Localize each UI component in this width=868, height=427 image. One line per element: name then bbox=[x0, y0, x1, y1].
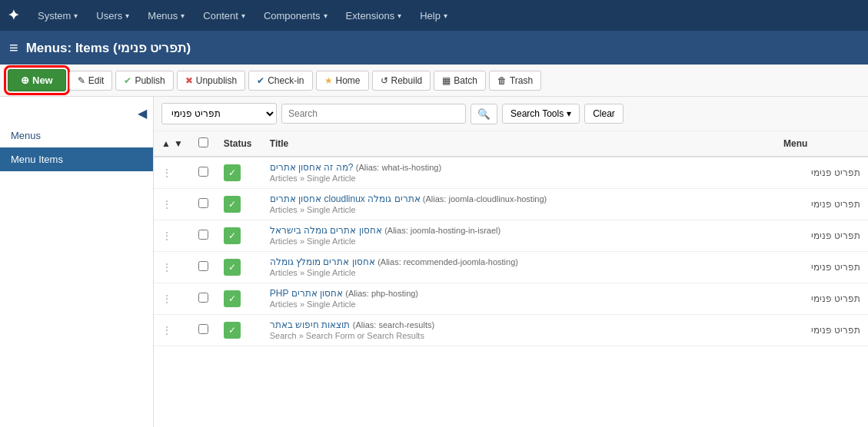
item-sub: Articles » Single Article bbox=[270, 268, 356, 277]
title-cell: PHP אחסון אתרים (Alias: php-hosting) Art… bbox=[262, 283, 776, 315]
drag-handle[interactable]: ⋮ bbox=[161, 293, 172, 305]
menu-name: תפריט פנימי bbox=[811, 262, 860, 273]
row-checkbox-cell bbox=[191, 315, 216, 346]
rebuild-button[interactable]: ↺ Rebuild bbox=[372, 71, 431, 91]
drag-handle-cell: ⋮ bbox=[154, 220, 191, 252]
star-icon: ★ bbox=[324, 75, 333, 86]
nav-components[interactable]: Components ▾ bbox=[256, 0, 335, 31]
item-alias: (Alias: what-is-hosting) bbox=[356, 163, 441, 172]
status-cell: ✓ bbox=[216, 252, 262, 283]
menu-cell: תפריט פנימי bbox=[776, 220, 868, 252]
nav-extensions[interactable]: Extensions ▾ bbox=[338, 0, 410, 31]
nav-help[interactable]: Help ▾ bbox=[412, 0, 455, 31]
item-title-link[interactable]: אחסון אתרים מומלץ גומלה bbox=[270, 257, 375, 267]
search-tools-button[interactable]: Search Tools ▾ bbox=[502, 104, 580, 124]
sort-up-icon[interactable]: ▲ bbox=[161, 138, 171, 149]
menu-name: תפריט פנימי bbox=[811, 230, 860, 241]
status-cell: ✓ bbox=[216, 220, 262, 252]
row-checkbox-cell bbox=[191, 220, 216, 252]
th-sort-arrows: ▲ ▼ bbox=[154, 131, 191, 157]
item-title-link[interactable]: PHP אחסון אתרים bbox=[270, 288, 343, 299]
drag-handle-cell: ⋮ bbox=[154, 283, 191, 315]
row-checkbox-cell bbox=[191, 252, 216, 283]
item-sub: Articles » Single Article bbox=[270, 205, 356, 214]
top-navigation: ✦ System ▾ Users ▾ Menus ▾ Content ▾ Com… bbox=[0, 0, 868, 31]
menu-cell: תפריט פנימי bbox=[776, 283, 868, 315]
row-checkbox[interactable] bbox=[198, 293, 208, 303]
row-checkbox[interactable] bbox=[198, 324, 208, 334]
checkin-button[interactable]: ✔ Check-in bbox=[248, 71, 312, 91]
sidebar-collapse-button[interactable]: ◀ bbox=[138, 106, 147, 121]
title-cell: תוצאות חיפוש באתר (Alias: search-results… bbox=[262, 315, 776, 346]
batch-button[interactable]: ▦ Batch bbox=[434, 71, 486, 91]
status-badge[interactable]: ✓ bbox=[224, 322, 241, 339]
search-button[interactable]: 🔍 bbox=[471, 104, 497, 124]
chevron-down-icon: ▾ bbox=[241, 12, 245, 20]
item-title-link[interactable]: מה זה אחסון אתרים? bbox=[270, 162, 354, 173]
item-alias: (Alias: recommended-joomla-hosting) bbox=[377, 257, 518, 266]
chevron-down-icon: ▾ bbox=[125, 12, 129, 20]
filter-bar: תפריט פנימי 🔍 Search Tools ▾ Clear bbox=[154, 97, 868, 131]
page-header: ≡ Menus: Items (תפריט פנימי) bbox=[0, 31, 868, 65]
th-title[interactable]: Title bbox=[262, 131, 776, 157]
drag-handle[interactable]: ⋮ bbox=[161, 261, 172, 273]
menu-cell: תפריט פנימי bbox=[776, 315, 868, 346]
menu-cell: תפריט פנימי bbox=[776, 189, 868, 220]
new-button[interactable]: ⊕ New bbox=[8, 69, 66, 91]
drag-handle[interactable]: ⋮ bbox=[161, 324, 172, 336]
trash-button[interactable]: 🗑 Trash bbox=[489, 71, 541, 91]
search-input[interactable] bbox=[281, 104, 466, 124]
content-area: תפריט פנימי 🔍 Search Tools ▾ Clear ▲ bbox=[154, 97, 868, 427]
item-title-link[interactable]: אחסון אתרים גומלה בישראל bbox=[270, 225, 382, 236]
chevron-down-icon: ▾ bbox=[444, 12, 447, 20]
plus-icon: ⊕ bbox=[21, 74, 29, 86]
th-menu[interactable]: Menu bbox=[776, 131, 868, 157]
sidebar-item-menus[interactable]: Menus bbox=[0, 124, 153, 147]
home-button[interactable]: ★ Home bbox=[316, 71, 369, 91]
edit-button[interactable]: ✎ Edit bbox=[69, 71, 113, 91]
chevron-down-icon: ▾ bbox=[567, 108, 571, 119]
drag-handle-cell: ⋮ bbox=[154, 189, 191, 220]
item-alias: (Alias: joomla-hosting-in-israel) bbox=[384, 226, 501, 235]
table-row: ⋮ ✓ אחסון אתרים מומלץ גומלה (Alias: reco… bbox=[154, 252, 868, 283]
status-badge[interactable]: ✓ bbox=[224, 259, 241, 276]
drag-handle[interactable]: ⋮ bbox=[161, 198, 172, 210]
status-badge[interactable]: ✓ bbox=[224, 227, 241, 244]
search-icon: 🔍 bbox=[477, 108, 491, 120]
row-checkbox[interactable] bbox=[198, 198, 208, 208]
title-cell: אחסון אתרים גומלה בישראל (Alias: joomla-… bbox=[262, 220, 776, 252]
status-badge[interactable]: ✓ bbox=[224, 290, 241, 307]
drag-handle[interactable]: ⋮ bbox=[161, 230, 172, 242]
checkmark-icon: ✔ bbox=[124, 75, 131, 86]
rebuild-icon: ↺ bbox=[381, 75, 388, 86]
row-checkbox[interactable] bbox=[198, 230, 208, 240]
table-row: ⋮ ✓ תוצאות חיפוש באתר (Alias: search-res… bbox=[154, 315, 868, 346]
sort-down-icon[interactable]: ▼ bbox=[174, 138, 183, 149]
publish-button[interactable]: ✔ Publish bbox=[115, 71, 173, 91]
item-sub: Articles » Single Article bbox=[270, 174, 356, 183]
toolbar: ⊕ New ✎ Edit ✔ Publish ✖ Unpublish ✔ Che… bbox=[0, 65, 868, 97]
row-checkbox-cell bbox=[191, 189, 216, 220]
th-status[interactable]: Status bbox=[216, 131, 262, 157]
row-checkbox[interactable] bbox=[198, 261, 208, 271]
clear-button[interactable]: Clear bbox=[584, 104, 624, 124]
drag-handle[interactable]: ⋮ bbox=[161, 167, 172, 179]
drag-handle-cell: ⋮ bbox=[154, 252, 191, 283]
item-sub: Articles » Single Article bbox=[270, 237, 356, 246]
row-checkbox[interactable] bbox=[198, 167, 208, 177]
nav-content[interactable]: Content ▾ bbox=[195, 0, 253, 31]
nav-system[interactable]: System ▾ bbox=[30, 0, 85, 31]
chevron-down-icon: ▾ bbox=[181, 12, 185, 20]
item-title-link[interactable]: תוצאות חיפוש באתר bbox=[270, 319, 351, 330]
select-all-checkbox[interactable] bbox=[198, 137, 208, 147]
nav-menus[interactable]: Menus ▾ bbox=[140, 0, 192, 31]
status-badge[interactable]: ✓ bbox=[224, 164, 241, 181]
menu-name: תפריט פנימי bbox=[811, 167, 860, 178]
sidebar-item-menu-items[interactable]: Menu Items bbox=[0, 147, 153, 171]
status-cell: ✓ bbox=[216, 157, 262, 189]
menu-filter-select[interactable]: תפריט פנימי bbox=[161, 103, 277, 124]
item-title-link[interactable]: אחסון אתרים cloudlinux אתרים גומלה bbox=[270, 194, 421, 204]
status-badge[interactable]: ✓ bbox=[224, 196, 241, 213]
nav-users[interactable]: Users ▾ bbox=[88, 0, 137, 31]
unpublish-button[interactable]: ✖ Unpublish bbox=[177, 71, 245, 91]
